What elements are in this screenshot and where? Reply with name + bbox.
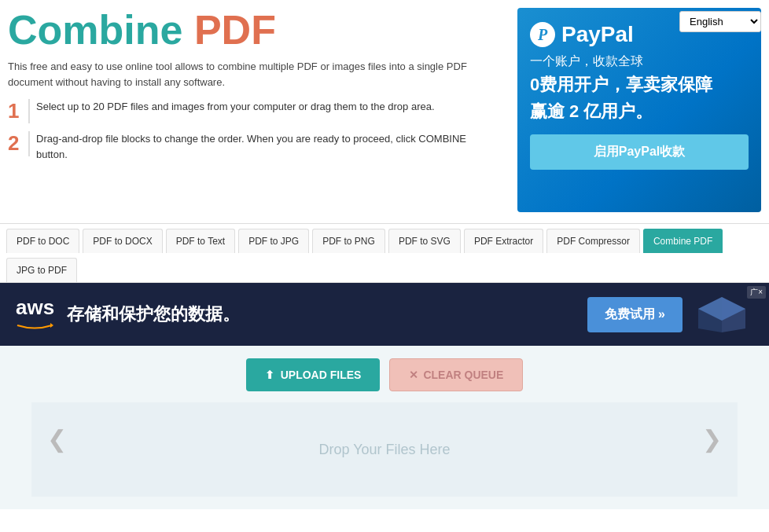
language-selector[interactable]: English 中文 Español Français bbox=[679, 11, 761, 32]
tab-pdf-to-svg[interactable]: PDF to SVG bbox=[388, 229, 461, 253]
aws-logo-text: aws bbox=[16, 297, 54, 317]
tab-pdf-compressor[interactable]: PDF Compressor bbox=[546, 229, 640, 253]
step-2: 2 Drag-and-drop file blocks to change th… bbox=[8, 131, 495, 162]
aws-ad-banner: 广× aws 存储和保护您的数据。 免费试用 » bbox=[0, 283, 769, 346]
aws-cta-button[interactable]: 免费试用 » bbox=[587, 297, 683, 332]
tab-combine-pdf[interactable]: Combine PDF bbox=[643, 229, 723, 253]
tab-jpg-to-pdf[interactable]: JPG to PDF bbox=[6, 258, 77, 282]
clear-icon: ✕ bbox=[409, 369, 418, 381]
logo-pdf-text: PDF bbox=[182, 7, 275, 53]
aws-ad-close-button[interactable]: 广× bbox=[747, 286, 766, 299]
tab-pdf-extractor[interactable]: PDF Extractor bbox=[464, 229, 543, 253]
upload-icon: ⬆ bbox=[265, 369, 274, 381]
paypal-logo-text: PayPal bbox=[561, 22, 634, 47]
tab-pdf-to-text[interactable]: PDF to Text bbox=[166, 229, 235, 253]
header-left: Combine PDF This free and easy to use on… bbox=[8, 8, 495, 212]
step-2-text: Drag-and-drop file blocks to change the … bbox=[36, 131, 495, 162]
next-arrow-button[interactable]: ❯ bbox=[694, 420, 730, 457]
drop-area[interactable]: ❮ Drop Your Files Here ❯ bbox=[31, 402, 738, 497]
aws-logo: aws bbox=[16, 297, 54, 332]
upload-files-button[interactable]: ⬆ UPLOAD FILES bbox=[246, 358, 381, 391]
step-1-number: 1 bbox=[8, 99, 30, 123]
clear-btn-label: CLEAR QUEUE bbox=[423, 369, 503, 381]
clear-queue-button[interactable]: ✕ CLEAR QUEUE bbox=[389, 358, 523, 391]
paypal-ad-line1: 一个账户，收款全球 bbox=[530, 53, 749, 70]
tab-pdf-to-jpg[interactable]: PDF to JPG bbox=[238, 229, 309, 253]
tab-pdf-to-doc[interactable]: PDF to DOC bbox=[6, 229, 79, 253]
steps-list: 1 Select up to 20 PDF files and images f… bbox=[8, 99, 495, 162]
logo-combine-text: Combine bbox=[8, 7, 182, 53]
paypal-p-icon: P bbox=[530, 22, 555, 47]
drop-text: Drop Your Files Here bbox=[318, 442, 450, 458]
aws-tagline: 存储和保护您的数据。 bbox=[67, 303, 572, 326]
upload-btn-label: UPLOAD FILES bbox=[281, 369, 362, 381]
step-1-text: Select up to 20 PDF files and images fro… bbox=[36, 99, 435, 115]
upload-section: ⬆ UPLOAD FILES ✕ CLEAR QUEUE ❮ Drop Your… bbox=[0, 346, 769, 509]
paypal-ad-line3: 赢逾 2 亿用户。 bbox=[530, 100, 749, 123]
page-logo: Combine PDF bbox=[8, 8, 495, 53]
header-description: This free and easy to use online tool al… bbox=[8, 59, 480, 90]
tabs-navigation: PDF to DOC PDF to DOCX PDF to Text PDF t… bbox=[0, 223, 769, 283]
step-2-number: 2 bbox=[8, 131, 30, 156]
prev-arrow-button[interactable]: ❮ bbox=[39, 420, 75, 457]
paypal-ad-line2: 0费用开户，享卖家保障 bbox=[530, 73, 749, 97]
paypal-cta-button[interactable]: 启用PayPal收款 bbox=[530, 134, 749, 170]
upload-controls: ⬆ UPLOAD FILES ✕ CLEAR QUEUE bbox=[8, 358, 761, 391]
paypal-ad-banner: 广× P PayPal 一个账户，收款全球 0费用开户，享卖家保障 赢逾 2 亿… bbox=[517, 8, 761, 212]
svg-marker-0 bbox=[50, 323, 53, 328]
step-1: 1 Select up to 20 PDF files and images f… bbox=[8, 99, 495, 123]
aws-graphic bbox=[690, 291, 753, 338]
tab-pdf-to-png[interactable]: PDF to PNG bbox=[312, 229, 385, 253]
tab-pdf-to-docx[interactable]: PDF to DOCX bbox=[83, 229, 162, 253]
